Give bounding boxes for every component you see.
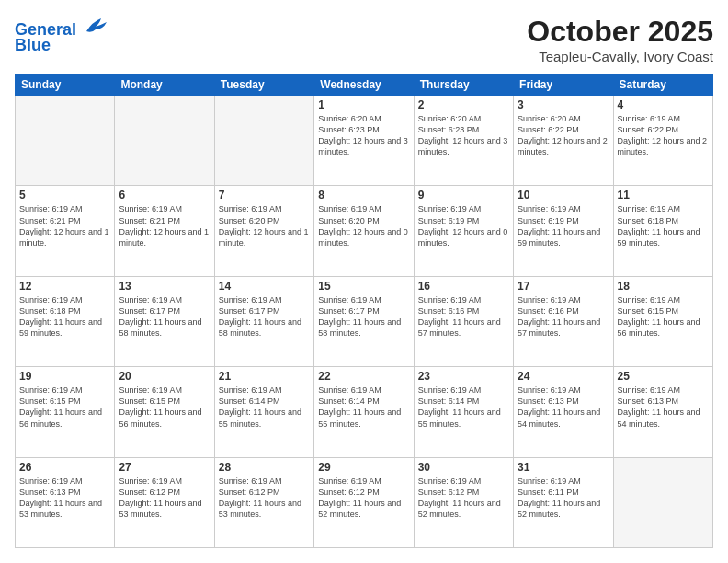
day-info: Sunrise: 6:19 AM Sunset: 6:17 PM Dayligh…	[219, 294, 310, 339]
day-info: Sunrise: 6:19 AM Sunset: 6:14 PM Dayligh…	[219, 385, 310, 430]
day-number: 16	[418, 280, 509, 293]
week-row-5: 26Sunrise: 6:19 AM Sunset: 6:13 PM Dayli…	[16, 457, 713, 547]
calendar-cell: 27Sunrise: 6:19 AM Sunset: 6:12 PM Dayli…	[115, 457, 214, 547]
day-number: 1	[318, 98, 409, 111]
calendar-cell	[613, 457, 712, 547]
day-info: Sunrise: 6:19 AM Sunset: 6:14 PM Dayligh…	[418, 385, 509, 430]
calendar-cell: 16Sunrise: 6:19 AM Sunset: 6:16 PM Dayli…	[414, 276, 513, 366]
day-info: Sunrise: 6:19 AM Sunset: 6:11 PM Dayligh…	[518, 476, 609, 521]
day-number: 15	[318, 280, 409, 293]
day-number: 10	[518, 189, 609, 201]
day-number: 20	[119, 370, 210, 383]
day-info: Sunrise: 6:19 AM Sunset: 6:16 PM Dayligh…	[518, 294, 609, 339]
day-info: Sunrise: 6:19 AM Sunset: 6:12 PM Dayligh…	[119, 476, 210, 521]
calendar-cell: 20Sunrise: 6:19 AM Sunset: 6:15 PM Dayli…	[115, 367, 214, 457]
day-number: 2	[418, 98, 509, 111]
calendar-cell: 24Sunrise: 6:19 AM Sunset: 6:13 PM Dayli…	[514, 367, 613, 457]
day-info: Sunrise: 6:19 AM Sunset: 6:19 PM Dayligh…	[418, 203, 509, 248]
calendar-cell: 9Sunrise: 6:19 AM Sunset: 6:19 PM Daylig…	[414, 186, 513, 276]
day-info: Sunrise: 6:19 AM Sunset: 6:15 PM Dayligh…	[618, 294, 709, 339]
day-header-sunday: Sunday	[16, 75, 115, 96]
calendar-cell: 4Sunrise: 6:19 AM Sunset: 6:22 PM Daylig…	[613, 96, 712, 186]
day-info: Sunrise: 6:19 AM Sunset: 6:13 PM Dayligh…	[19, 476, 110, 521]
calendar-cell: 17Sunrise: 6:19 AM Sunset: 6:16 PM Dayli…	[514, 276, 613, 366]
page: General Blue October 2025 Teapleu-Cavall…	[0, 0, 728, 563]
calendar-cell: 12Sunrise: 6:19 AM Sunset: 6:18 PM Dayli…	[16, 276, 115, 366]
day-info: Sunrise: 6:19 AM Sunset: 6:21 PM Dayligh…	[19, 203, 110, 248]
day-info: Sunrise: 6:19 AM Sunset: 6:12 PM Dayligh…	[318, 476, 409, 521]
calendar-cell: 22Sunrise: 6:19 AM Sunset: 6:14 PM Dayli…	[314, 367, 414, 457]
day-number: 26	[19, 461, 110, 474]
week-row-1: 1Sunrise: 6:20 AM Sunset: 6:23 PM Daylig…	[16, 96, 713, 186]
day-number: 12	[19, 280, 110, 293]
day-number: 5	[19, 189, 110, 201]
day-number: 13	[119, 280, 210, 293]
calendar-cell: 3Sunrise: 6:20 AM Sunset: 6:22 PM Daylig…	[514, 96, 613, 186]
calendar-cell: 30Sunrise: 6:19 AM Sunset: 6:12 PM Dayli…	[414, 457, 513, 547]
day-info: Sunrise: 6:19 AM Sunset: 6:15 PM Dayligh…	[119, 385, 210, 430]
day-info: Sunrise: 6:19 AM Sunset: 6:22 PM Dayligh…	[618, 113, 709, 158]
day-number: 24	[518, 370, 609, 383]
calendar-cell: 28Sunrise: 6:19 AM Sunset: 6:12 PM Dayli…	[214, 457, 313, 547]
day-header-tuesday: Tuesday	[214, 75, 313, 96]
day-number: 25	[618, 370, 709, 383]
calendar-cell: 11Sunrise: 6:19 AM Sunset: 6:18 PM Dayli…	[613, 186, 712, 276]
calendar-cell	[115, 96, 214, 186]
day-info: Sunrise: 6:19 AM Sunset: 6:21 PM Dayligh…	[119, 203, 210, 248]
week-row-3: 12Sunrise: 6:19 AM Sunset: 6:18 PM Dayli…	[16, 276, 713, 366]
day-info: Sunrise: 6:19 AM Sunset: 6:13 PM Dayligh…	[518, 385, 609, 430]
day-info: Sunrise: 6:19 AM Sunset: 6:12 PM Dayligh…	[219, 476, 310, 521]
calendar-cell: 18Sunrise: 6:19 AM Sunset: 6:15 PM Dayli…	[613, 276, 712, 366]
calendar-cell: 29Sunrise: 6:19 AM Sunset: 6:12 PM Dayli…	[314, 457, 414, 547]
calendar-cell: 14Sunrise: 6:19 AM Sunset: 6:17 PM Dayli…	[214, 276, 313, 366]
day-number: 30	[418, 461, 509, 474]
day-number: 11	[618, 189, 709, 201]
logo-text-block: General Blue	[15, 15, 108, 55]
day-number: 21	[219, 370, 310, 383]
title-section: October 2025 Teapleu-Cavally, Ivory Coas…	[527, 15, 713, 64]
calendar-cell: 25Sunrise: 6:19 AM Sunset: 6:13 PM Dayli…	[613, 367, 712, 457]
calendar-cell: 5Sunrise: 6:19 AM Sunset: 6:21 PM Daylig…	[16, 186, 115, 276]
day-number: 28	[219, 461, 310, 474]
calendar-cell: 23Sunrise: 6:19 AM Sunset: 6:14 PM Dayli…	[414, 367, 513, 457]
day-number: 6	[119, 189, 210, 201]
calendar-cell: 19Sunrise: 6:19 AM Sunset: 6:15 PM Dayli…	[16, 367, 115, 457]
day-info: Sunrise: 6:19 AM Sunset: 6:16 PM Dayligh…	[418, 294, 509, 339]
day-header-wednesday: Wednesday	[314, 75, 414, 96]
logo-bird-icon	[83, 15, 108, 35]
day-info: Sunrise: 6:19 AM Sunset: 6:18 PM Dayligh…	[618, 203, 709, 248]
day-number: 18	[618, 280, 709, 293]
calendar-cell: 13Sunrise: 6:19 AM Sunset: 6:17 PM Dayli…	[115, 276, 214, 366]
day-info: Sunrise: 6:19 AM Sunset: 6:17 PM Dayligh…	[318, 294, 409, 339]
day-number: 19	[19, 370, 110, 383]
day-header-saturday: Saturday	[613, 75, 712, 96]
calendar-cell: 8Sunrise: 6:19 AM Sunset: 6:20 PM Daylig…	[314, 186, 414, 276]
day-number: 7	[219, 189, 310, 201]
calendar-cell: 31Sunrise: 6:19 AM Sunset: 6:11 PM Dayli…	[514, 457, 613, 547]
calendar-cell: 15Sunrise: 6:19 AM Sunset: 6:17 PM Dayli…	[314, 276, 414, 366]
day-number: 29	[318, 461, 409, 474]
day-info: Sunrise: 6:20 AM Sunset: 6:22 PM Dayligh…	[518, 113, 609, 158]
day-info: Sunrise: 6:19 AM Sunset: 6:12 PM Dayligh…	[418, 476, 509, 521]
header: General Blue October 2025 Teapleu-Cavall…	[15, 15, 713, 64]
calendar-cell	[16, 96, 115, 186]
day-number: 22	[318, 370, 409, 383]
day-info: Sunrise: 6:19 AM Sunset: 6:13 PM Dayligh…	[618, 385, 709, 430]
day-number: 17	[518, 280, 609, 293]
logo: General Blue	[15, 15, 108, 55]
day-info: Sunrise: 6:19 AM Sunset: 6:20 PM Dayligh…	[318, 203, 409, 248]
calendar-cell: 7Sunrise: 6:19 AM Sunset: 6:20 PM Daylig…	[214, 186, 313, 276]
day-info: Sunrise: 6:19 AM Sunset: 6:19 PM Dayligh…	[518, 203, 609, 248]
calendar-header-row: SundayMondayTuesdayWednesdayThursdayFrid…	[16, 75, 713, 96]
calendar-cell: 21Sunrise: 6:19 AM Sunset: 6:14 PM Dayli…	[214, 367, 313, 457]
calendar-cell: 1Sunrise: 6:20 AM Sunset: 6:23 PM Daylig…	[314, 96, 414, 186]
calendar-cell: 6Sunrise: 6:19 AM Sunset: 6:21 PM Daylig…	[115, 186, 214, 276]
day-number: 31	[518, 461, 609, 474]
day-header-friday: Friday	[514, 75, 613, 96]
calendar-cell: 26Sunrise: 6:19 AM Sunset: 6:13 PM Dayli…	[16, 457, 115, 547]
day-number: 27	[119, 461, 210, 474]
calendar-table: SundayMondayTuesdayWednesdayThursdayFrid…	[15, 74, 713, 548]
day-header-thursday: Thursday	[414, 75, 513, 96]
day-info: Sunrise: 6:19 AM Sunset: 6:17 PM Dayligh…	[119, 294, 210, 339]
day-info: Sunrise: 6:19 AM Sunset: 6:14 PM Dayligh…	[318, 385, 409, 430]
